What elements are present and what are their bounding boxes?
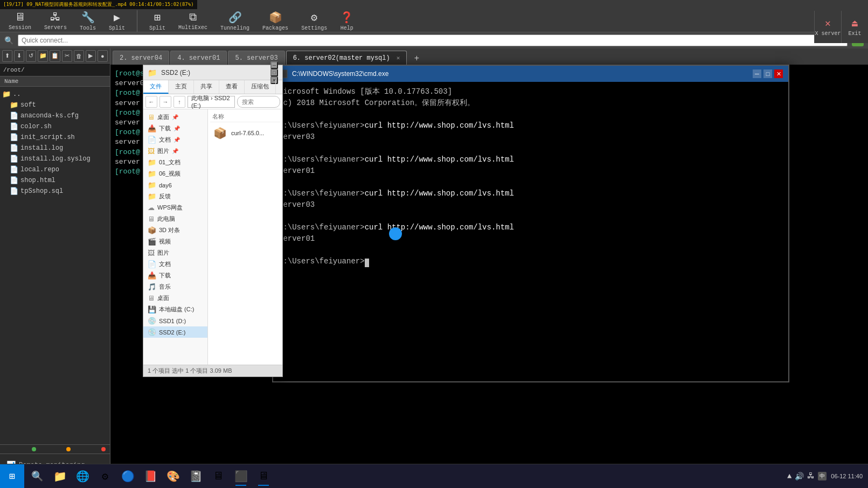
taskbar-terminal-icon: 🖥: [258, 470, 269, 483]
taskbar-edge[interactable]: 🌐: [72, 465, 93, 487]
sidebar-refresh-btn[interactable]: ↺: [26, 50, 36, 62]
taskbar-speaker-icon[interactable]: 🔊: [795, 472, 804, 481]
blue-dot-cursor: [389, 227, 402, 240]
sidebar-indicators: [0, 444, 110, 454]
fe-item-desktop2[interactable]: 🖥 桌面: [143, 292, 207, 304]
fe-item-pics1[interactable]: 🖼 图片 📌: [143, 145, 207, 157]
fe-tab-home[interactable]: 主页: [169, 80, 194, 94]
fe-content[interactable]: 名称 📦 curl-7.65.0...: [208, 109, 282, 365]
sidebar-copy-btn[interactable]: 📋: [50, 50, 60, 62]
tree-item-tpsshop[interactable]: 📄 tpSshop.sql: [0, 186, 110, 197]
fe-forward-btn[interactable]: →: [159, 96, 171, 108]
cmd-title-bar[interactable]: ⬛ C:\WINDOWS\system32\cmd.exe ─ □ ✕: [273, 66, 788, 82]
taskbar-cmd[interactable]: ⬛: [230, 465, 252, 487]
tree-item-anaconda[interactable]: 📄 anaconda-ks.cfg: [0, 110, 110, 121]
fe-item-docs2[interactable]: 📄 文档: [143, 259, 207, 270]
fe-item-feedback[interactable]: 📁 反馈: [143, 191, 207, 202]
toolbar-help[interactable]: ❓ Help: [337, 9, 357, 33]
toolbar-split[interactable]: ⊞ Split: [146, 9, 169, 33]
xserver-button[interactable]: ✕ X server: [814, 11, 841, 43]
tree-item-color[interactable]: 📄 color.sh: [0, 121, 110, 132]
taskbar-paint[interactable]: 🎨: [162, 465, 184, 487]
fe-item-pics2[interactable]: 🖼 图片: [143, 247, 207, 259]
fe-breadcrumb[interactable]: 此电脑 › SSD2 (E:): [188, 96, 235, 108]
taskbar-onenote[interactable]: 📓: [185, 465, 206, 487]
fe-item-download2[interactable]: 📥 下载: [143, 270, 207, 281]
taskbar-search-btn[interactable]: 🔍: [26, 465, 48, 487]
taskbar-ime-icon[interactable]: 中: [818, 472, 827, 480]
tree-item-init-script[interactable]: 📄 init_script.sh: [0, 132, 110, 143]
taskbar-sys-icons: ▲ 🔊 🖧 中: [787, 472, 827, 481]
fe-minimize-btn[interactable]: ─: [270, 61, 278, 69]
cmd-minimize-btn[interactable]: ─: [753, 69, 761, 78]
sidebar-cut-btn[interactable]: ✂: [62, 50, 72, 62]
taskbar-remote-desktop[interactable]: 🖥: [207, 465, 229, 487]
fe-maximize-btn[interactable]: □: [270, 69, 278, 76]
fe-search-input[interactable]: [237, 96, 280, 108]
exit-button[interactable]: ⏏ Exit: [841, 11, 868, 43]
fe-item-06video[interactable]: 📁 06_视频: [143, 168, 207, 179]
tab-server02-mysql[interactable]: 6. server02(master mysql) ✕: [286, 51, 407, 65]
fe-tab-share[interactable]: 共享: [194, 80, 219, 94]
fe-item-c-drive[interactable]: 💾 本地磁盘 (C:): [143, 304, 207, 315]
fe-item-desktop1[interactable]: 🖥 桌面 📌: [143, 111, 207, 123]
taskbar-expand-icon[interactable]: ▲: [787, 472, 791, 480]
tab-server01[interactable]: 4. server01: [170, 51, 227, 65]
taskbar-chrome[interactable]: 🔵: [117, 465, 138, 487]
toolbar-tools[interactable]: 🔧 Tools: [77, 9, 99, 33]
fe-item-wps[interactable]: ☁ WPS网盘: [143, 202, 207, 213]
fe-back-btn[interactable]: ←: [145, 96, 157, 108]
toolbar-servers[interactable]: 🖧 Servers: [41, 9, 70, 33]
taskbar-file-explorer[interactable]: 📁: [49, 465, 71, 487]
tree-item-install-log-syslog[interactable]: 📄 install.log.syslog: [0, 154, 110, 164]
toolbar-tunneling[interactable]: 🔗 Tunneling: [217, 9, 253, 33]
taskbar-terminal[interactable]: 🖥: [253, 465, 274, 487]
tree-item-dotdot[interactable]: 📁 ..: [0, 89, 110, 100]
tree-item-install-log[interactable]: 📄 install.log: [0, 143, 110, 154]
toolbar-macros[interactable]: ▶ Split: [106, 9, 128, 33]
fe-item-thispc[interactable]: 🖥 此电脑: [143, 213, 207, 225]
fe-item-docs1[interactable]: 📄 文档 📌: [143, 134, 207, 145]
sidebar-newfolder-btn[interactable]: 📁: [38, 50, 48, 62]
toolbar-packages[interactable]: 📦 Packages: [259, 9, 291, 33]
taskbar-pdf[interactable]: 📕: [140, 465, 161, 487]
sidebar-delete-btn[interactable]: 🗑: [74, 50, 84, 62]
toolbar-session[interactable]: 🖥 Session: [5, 9, 34, 33]
toolbar-settings[interactable]: ⚙ Settings: [298, 9, 330, 33]
fe-tab-file[interactable]: 文件: [143, 80, 169, 94]
tree-item-local-repo[interactable]: 📄 local.repo: [0, 164, 110, 175]
cmd-close-btn[interactable]: ✕: [774, 69, 783, 78]
tab-close-btn[interactable]: ✕: [397, 54, 400, 61]
tree-item-shop-html[interactable]: 📄 shop.html: [0, 175, 110, 186]
sidebar-upload-btn[interactable]: ⬆: [2, 50, 12, 62]
taskbar-time[interactable]: 06-12 11:40: [831, 472, 863, 480]
sidebar-download-btn[interactable]: ⬇: [14, 50, 24, 62]
fe-up-btn[interactable]: ↑: [173, 96, 185, 108]
fe-item-day6[interactable]: 📁 day6: [143, 179, 207, 191]
taskbar-network-icon[interactable]: 🖧: [807, 472, 815, 480]
fe-item-01docs[interactable]: 📁 01_文档: [143, 157, 207, 168]
quick-connect-input[interactable]: [18, 34, 848, 46]
new-tab-btn[interactable]: +: [410, 52, 423, 65]
fe-tab-view[interactable]: 查看: [219, 80, 245, 94]
cmd-content[interactable]: Microsoft Windows [版本 10.0.17763.503] (c…: [273, 82, 788, 381]
file-icon-tpsshop: 📄: [10, 187, 18, 196]
fe-item-music[interactable]: 🎵 音乐: [143, 281, 207, 292]
start-button[interactable]: ⊞: [0, 464, 24, 489]
sidebar-run-btn[interactable]: ▶: [86, 50, 96, 62]
fe-file-curl[interactable]: 📦 curl-7.65.0...: [210, 124, 280, 142]
sidebar-toolbar: ⬆ ⬇ ↺ 📁 📋 ✂ 🗑 ▶ ●: [0, 48, 110, 64]
fe-tab-compress[interactable]: 压缩包: [245, 80, 276, 94]
taskbar-cortana[interactable]: ⚙: [94, 465, 116, 487]
pin1-icon: 📌: [172, 114, 178, 120]
sidebar-stop-btn[interactable]: ●: [98, 50, 108, 62]
fe-item-ssd1[interactable]: 💿 SSD1 (D:): [143, 315, 207, 326]
tab-server04[interactable]: 2. server04: [113, 51, 169, 65]
fe-item-ssd2[interactable]: 💿 SSD2 (E:): [143, 326, 207, 338]
fe-item-3d[interactable]: 📦 3D 对条: [143, 225, 207, 236]
fe-item-download1[interactable]: 📥 下载 📌: [143, 123, 207, 134]
fe-item-video[interactable]: 🎬 视频: [143, 236, 207, 247]
tree-item-soft[interactable]: 📁 soft: [0, 100, 110, 110]
cmd-maximize-btn[interactable]: □: [763, 69, 772, 78]
toolbar-multiexec[interactable]: ⧉ MultiExec: [175, 9, 211, 33]
